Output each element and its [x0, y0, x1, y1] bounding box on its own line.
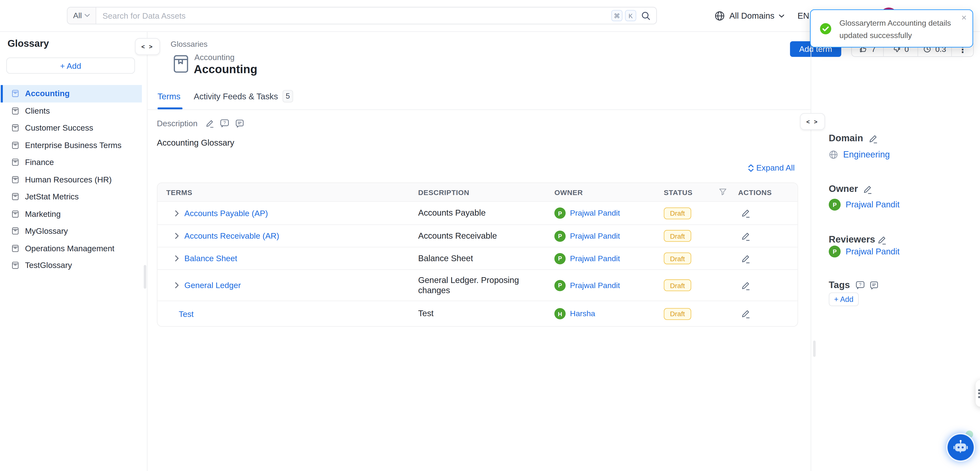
glossary-list: Accounting Clients Customer Success Ente… — [0, 85, 147, 274]
owner-link[interactable]: Harsha — [570, 309, 595, 318]
edit-icon[interactable] — [741, 309, 798, 318]
search-icon[interactable] — [641, 11, 651, 20]
sidebar-item-label: Clients — [25, 106, 50, 116]
comment-icon[interactable] — [235, 119, 245, 128]
term-description: Balance Sheet — [418, 253, 554, 263]
check-circle-icon — [819, 22, 832, 35]
edit-reviewers-icon[interactable] — [878, 235, 887, 245]
k-key-badge: K — [625, 10, 636, 21]
avatar: H — [554, 308, 566, 319]
svg-text:?: ? — [859, 282, 862, 287]
command-key-badge: ⌘ — [611, 10, 622, 21]
sidebar-collapse-button[interactable]: < > — [135, 38, 160, 55]
filter-icon[interactable] — [719, 188, 727, 196]
add-glossary-button[interactable]: + Add — [6, 57, 135, 74]
owner-link[interactable]: Prajwal Pandit — [570, 254, 620, 263]
edit-domain-icon[interactable] — [869, 134, 878, 144]
owner-link[interactable]: Prajwal Pandit — [845, 200, 900, 209]
edit-icon[interactable] — [741, 208, 798, 218]
term-link[interactable]: Test — [179, 309, 194, 318]
edit-owner-icon[interactable] — [863, 185, 873, 194]
sidebar-item-label: Operations Management — [25, 243, 115, 253]
sidebar-item-enterprise-business-terms[interactable]: Enterprise Business Terms — [1, 137, 142, 154]
request-description-icon[interactable]: ? — [220, 119, 229, 128]
owner-link[interactable]: Prajwal Pandit — [570, 232, 620, 240]
term-description: Accounts Receivable — [418, 231, 554, 241]
domain-selector-label: All Domains — [729, 11, 775, 21]
avatar: P — [554, 230, 566, 241]
avatar: P — [829, 246, 841, 258]
owner-label: Owner — [829, 183, 858, 194]
sidebar-item-label: TestGlossary — [25, 261, 72, 270]
edge-widget-button[interactable] — [976, 380, 980, 407]
table-row: General Ledger General Ledger. Proposing… — [158, 269, 797, 301]
edit-icon[interactable] — [741, 231, 798, 241]
reviewer-link[interactable]: Prajwal Pandit — [845, 247, 900, 256]
edit-description-icon[interactable] — [206, 119, 215, 128]
owner-link[interactable]: Prajwal Pandit — [570, 208, 620, 217]
language-label: EN — [797, 11, 809, 21]
term-link[interactable]: Accounts Receivable (AR) — [185, 231, 279, 240]
app-screen: All ⌘ K All Domains EN Glossaryterm Acco… — [0, 0, 980, 471]
owner-link[interactable]: Prajwal Pandit — [570, 281, 620, 290]
tags-comment-icon[interactable] — [870, 280, 879, 290]
tab-activity-feeds[interactable]: Activity Feeds & Tasks — [194, 92, 278, 101]
chevron-down-icon — [84, 14, 90, 18]
term-link[interactable]: Balance Sheet — [185, 254, 237, 263]
entity-supertitle: Accounting — [194, 53, 235, 62]
glossary-icon — [11, 107, 19, 115]
chevron-right-icon[interactable] — [175, 282, 180, 288]
sidebar-item-label: Accounting — [25, 89, 70, 99]
expand-all-label: Expand All — [756, 163, 795, 172]
sidebar-item-marketing[interactable]: Marketing — [1, 205, 142, 223]
sidebar-item-myglossary[interactable]: MyGlossary — [1, 223, 142, 240]
status-header-label: STATUS — [664, 188, 693, 196]
expand-all-button[interactable]: Expand All — [748, 163, 795, 172]
term-link[interactable]: Accounts Payable (AP) — [185, 208, 268, 218]
sidebar-item-label: Enterprise Business Terms — [25, 140, 121, 150]
sidebar-item-testglossary[interactable]: TestGlossary — [1, 257, 142, 274]
search-input[interactable] — [96, 8, 611, 24]
description-label: Description — [157, 119, 197, 128]
glossary-icon — [11, 244, 19, 253]
table-row: Balance Sheet Balance Sheet P Prajwal Pa… — [158, 247, 797, 269]
sidebar-item-accounting[interactable]: Accounting — [1, 85, 142, 102]
sidebar-item-finance[interactable]: Finance — [1, 154, 142, 171]
sidebar-item-jetstat-metrics[interactable]: JetStat Metrics — [1, 188, 142, 205]
column-header-owner: OWNER — [554, 188, 664, 196]
close-icon[interactable]: ✕ — [961, 14, 967, 22]
search-scope-select[interactable]: All — [68, 8, 97, 24]
term-link[interactable]: General Ledger — [185, 280, 241, 290]
description-header: Description ? — [157, 119, 244, 128]
tab-terms[interactable]: Terms — [158, 92, 181, 101]
tags-label: Tags — [829, 279, 850, 290]
table-header-row: TERMS DESCRIPTION OWNER STATUS ACTIONS — [158, 183, 797, 201]
chevron-right-icon[interactable] — [175, 255, 180, 262]
chatbot-button[interactable] — [946, 433, 975, 462]
panel-scrollbar[interactable] — [813, 341, 815, 357]
chevron-right-icon[interactable] — [175, 232, 180, 239]
domain-selector[interactable]: All Domains — [714, 0, 784, 32]
edit-icon[interactable] — [741, 253, 798, 263]
breadcrumb[interactable]: Glossaries — [170, 40, 207, 49]
right-panel-collapse-button[interactable]: < > — [800, 113, 825, 130]
page-title: Accounting — [194, 62, 257, 76]
request-tags-icon[interactable]: ? — [856, 280, 865, 290]
globe-icon — [829, 150, 838, 159]
edit-icon[interactable] — [741, 280, 798, 290]
table-row: Test Test H Harsha Draft — [158, 301, 797, 326]
domain-link[interactable]: Engineering — [843, 149, 890, 159]
glossary-icon — [11, 89, 19, 98]
sidebar-item-customer-success[interactable]: Customer Success — [1, 119, 142, 137]
add-tag-button[interactable]: + Add — [829, 293, 859, 306]
term-description: General Ledger. Proposing changes — [418, 275, 543, 295]
sidebar-item-operations-management[interactable]: Operations Management — [1, 240, 142, 257]
chevron-right-icon[interactable] — [175, 210, 180, 216]
sidebar-item-human-resources[interactable]: Human Resources (HR) — [1, 171, 142, 188]
sidebar-item-clients[interactable]: Clients — [1, 102, 142, 119]
terms-table: TERMS DESCRIPTION OWNER STATUS ACTIONS A… — [157, 183, 798, 327]
search-scope-label: All — [73, 11, 82, 20]
svg-text:?: ? — [223, 121, 226, 125]
table-row: Accounts Payable (AP) Accounts Payable P… — [158, 201, 797, 224]
sidebar-scrollbar[interactable] — [144, 265, 146, 289]
